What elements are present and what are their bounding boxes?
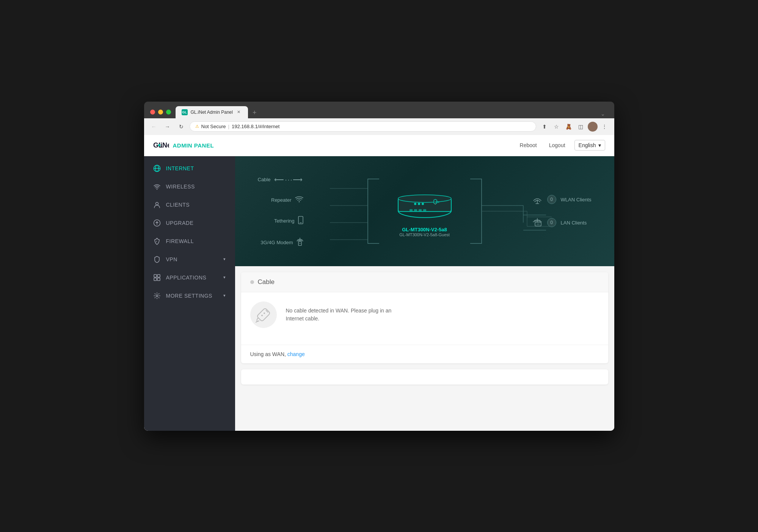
svg-rect-9	[154, 275, 157, 277]
cable-message-line1: No cable detected in WAN. Please plug in…	[286, 307, 392, 315]
svg-rect-43	[423, 209, 426, 211]
sidebar-item-firewall[interactable]: FIREWALL	[144, 232, 235, 250]
close-button[interactable]	[150, 110, 155, 115]
svg-point-36	[418, 202, 420, 205]
wlan-antenna-icon	[532, 194, 543, 206]
language-selector[interactable]: English ▾	[574, 140, 605, 151]
modem-label: 3G/4G Modem	[261, 239, 293, 245]
cable-body: No cable detected in WAN. Please plug in…	[241, 292, 608, 345]
sidebar-item-wireless[interactable]: WIRELESS	[144, 177, 235, 196]
tethering-connection[interactable]: Tethering	[258, 210, 304, 231]
app-wrapper: GL iNet ADMIN PANEL Reboot Logout Englis…	[144, 135, 614, 431]
firewall-icon	[153, 237, 161, 245]
upgrade-icon	[153, 219, 161, 227]
logout-button[interactable]: Logout	[546, 141, 568, 150]
svg-rect-12	[157, 278, 160, 281]
sidebar-item-label: WIRELESS	[166, 184, 195, 190]
security-warning-icon: ⚠	[195, 124, 199, 129]
sidebar-item-label: MORE SETTINGS	[166, 293, 212, 299]
tab-bar: GL GL.iNet Admin Panel ✕ + ⌄	[176, 106, 608, 118]
sidebar-item-internet[interactable]: INTERNET	[144, 159, 235, 177]
language-arrow-icon: ▾	[598, 142, 601, 148]
svg-point-6	[156, 188, 157, 189]
tab-close-button[interactable]: ✕	[236, 109, 242, 115]
app-header: GL iNet ADMIN PANEL Reboot Logout Englis…	[144, 135, 614, 156]
cable-message-line2: Internet cable.	[286, 315, 392, 323]
lan-clients: 0 LAN Clients	[532, 217, 592, 229]
modem-connection[interactable]: 3G/4G Modem	[258, 231, 304, 253]
apps-icon	[153, 274, 161, 281]
gear-icon	[153, 292, 161, 300]
reload-button[interactable]: ↻	[176, 121, 187, 132]
vpn-shield-icon	[153, 256, 161, 263]
router-name: GL-MT300N-V2-5a8	[402, 226, 447, 232]
active-tab[interactable]: GL GL.iNet Admin Panel ✕	[176, 106, 248, 118]
share-button[interactable]: ⬆	[539, 121, 550, 132]
glinet-logo: GL iNet	[153, 140, 169, 151]
svg-rect-42	[419, 209, 422, 211]
reboot-button[interactable]: Reboot	[517, 141, 540, 150]
sidebar-item-label: CLIENTS	[166, 202, 190, 208]
minimize-button[interactable]	[158, 110, 163, 115]
globe-icon	[153, 165, 161, 172]
change-link[interactable]: change	[287, 351, 305, 357]
sidebar-item-more-settings[interactable]: MORE SETTINGS ▾	[144, 287, 235, 305]
cable-connection[interactable]: Cable ⟵···⟶	[258, 169, 304, 190]
router-illustration: VPN	[391, 183, 459, 225]
address-bar[interactable]: ⚠ Not Secure | 192.168.8.1/#/internet	[190, 121, 536, 132]
profile-avatar[interactable]	[588, 122, 598, 132]
repeater-connection[interactable]: Repeater	[258, 190, 304, 210]
sidebar-item-applications[interactable]: APPLICATIONS ▾	[144, 268, 235, 287]
svg-text:VPN: VPN	[435, 201, 439, 203]
cable-header: Cable	[241, 272, 608, 292]
sidebar-item-upgrade[interactable]: UPGRADE	[144, 214, 235, 232]
second-panel	[241, 369, 608, 384]
wlan-client-count: 0	[547, 195, 556, 204]
sidebar-item-clients[interactable]: CLIENTS	[144, 196, 235, 214]
svg-point-26	[299, 201, 300, 202]
new-tab-button[interactable]: +	[248, 107, 261, 118]
svg-point-37	[422, 202, 424, 205]
forward-button[interactable]: →	[162, 121, 173, 132]
more-settings-expand-arrow: ▾	[223, 293, 226, 298]
more-button[interactable]: ⋮	[599, 121, 610, 132]
tab-overflow-button[interactable]: ⌄	[598, 109, 608, 118]
network-diagram: Cable ⟵···⟶ Repeater	[235, 156, 614, 266]
svg-rect-40	[410, 209, 413, 211]
cable-message: No cable detected in WAN. Please plug in…	[286, 307, 392, 323]
tethering-label: Tethering	[274, 218, 294, 223]
right-connections: 0 WLAN Clients	[532, 194, 592, 229]
split-view-button[interactable]: ◫	[576, 121, 586, 132]
language-label: English	[579, 142, 596, 148]
svg-point-35	[414, 202, 416, 205]
extensions-button[interactable]: 🧸	[563, 121, 574, 132]
address-separator: |	[228, 124, 229, 129]
browser-window: GL GL.iNet Admin Panel ✕ + ⌄ ← → ↻ ⚠ Not…	[144, 102, 614, 431]
svg-rect-10	[157, 275, 160, 277]
svg-point-34	[398, 195, 451, 202]
svg-text:iNet: iNet	[160, 141, 169, 149]
repeater-label: Repeater	[271, 197, 291, 202]
cable-panel: Cable	[241, 272, 608, 363]
lan-client-count: 0	[547, 218, 556, 227]
sidebar-item-label: FIREWALL	[166, 238, 194, 244]
cable-dots-icon: ⟵···⟶	[274, 175, 303, 184]
vpn-expand-arrow: ▾	[223, 257, 226, 262]
maximize-button[interactable]	[166, 110, 171, 115]
cable-status-dot	[250, 280, 254, 284]
cable-plug-icon	[255, 306, 272, 323]
cable-section-title: Cable	[258, 278, 275, 286]
svg-line-52	[256, 321, 257, 322]
main-layout: INTERNET WIRELESS	[144, 156, 614, 431]
cable-icon-wrapper	[250, 301, 277, 328]
router-center: VPN GL-MT300N-V2-5a8 GL-MT300N-V2-5a8-Gu…	[391, 183, 459, 237]
toolbar-actions: ⬆ ☆ 🧸 ◫ ⋮	[539, 121, 610, 132]
sidebar-item-vpn[interactable]: VPN ▾	[144, 250, 235, 268]
sidebar-item-label: VPN	[166, 256, 177, 262]
back-button[interactable]: ←	[149, 121, 159, 132]
cable-content-row: No cable detected in WAN. Please plug in…	[250, 301, 599, 328]
cable-footer: Using as WAN, change	[241, 345, 608, 363]
wlan-clients: 0 WLAN Clients	[532, 194, 592, 206]
security-warning-text: Not Secure	[201, 124, 226, 129]
bookmark-button[interactable]: ☆	[551, 121, 562, 132]
